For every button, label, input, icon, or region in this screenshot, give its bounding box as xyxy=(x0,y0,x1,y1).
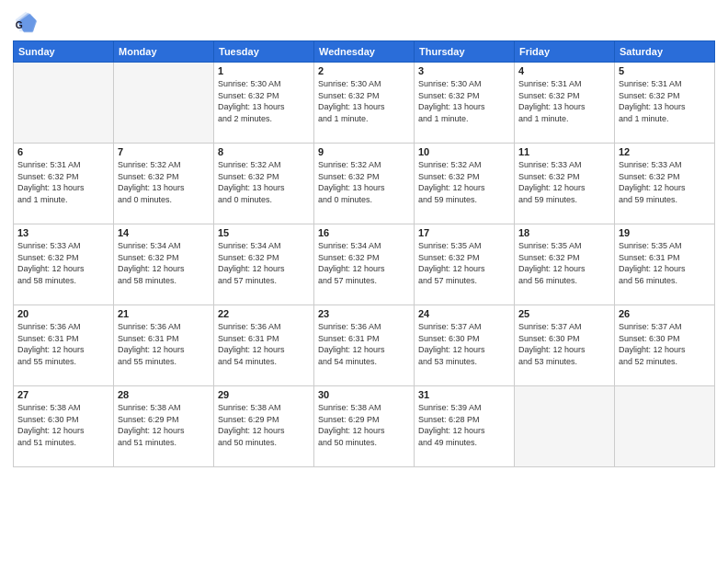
calendar-cell: 10Sunrise: 5:32 AM Sunset: 6:32 PM Dayli… xyxy=(415,144,515,224)
calendar-header: SundayMondayTuesdayWednesdayThursdayFrid… xyxy=(14,41,715,63)
logo: G xyxy=(13,9,42,35)
day-info: Sunrise: 5:36 AM Sunset: 6:31 PM Dayligh… xyxy=(118,321,210,367)
calendar-cell: 18Sunrise: 5:35 AM Sunset: 6:32 PM Dayli… xyxy=(515,224,615,305)
calendar-cell: 31Sunrise: 5:39 AM Sunset: 6:28 PM Dayli… xyxy=(415,386,515,467)
day-number: 22 xyxy=(218,308,310,319)
calendar-cell: 24Sunrise: 5:37 AM Sunset: 6:30 PM Dayli… xyxy=(415,305,515,386)
day-header-monday: Monday xyxy=(114,41,214,63)
day-number: 11 xyxy=(518,146,610,157)
day-number: 17 xyxy=(418,227,510,238)
calendar-cell: 27Sunrise: 5:38 AM Sunset: 6:30 PM Dayli… xyxy=(14,386,114,467)
calendar-cell: 29Sunrise: 5:38 AM Sunset: 6:29 PM Dayli… xyxy=(214,386,314,467)
calendar-cell: 25Sunrise: 5:37 AM Sunset: 6:30 PM Dayli… xyxy=(515,305,615,386)
day-info: Sunrise: 5:36 AM Sunset: 6:31 PM Dayligh… xyxy=(17,321,109,367)
calendar-cell: 15Sunrise: 5:34 AM Sunset: 6:32 PM Dayli… xyxy=(214,224,314,305)
svg-text:G: G xyxy=(16,20,23,30)
calendar-week-5: 27Sunrise: 5:38 AM Sunset: 6:30 PM Dayli… xyxy=(14,386,715,467)
day-number: 28 xyxy=(118,389,210,400)
day-info: Sunrise: 5:31 AM Sunset: 6:32 PM Dayligh… xyxy=(619,78,711,124)
calendar-cell: 28Sunrise: 5:38 AM Sunset: 6:29 PM Dayli… xyxy=(114,386,214,467)
day-header-tuesday: Tuesday xyxy=(214,41,314,63)
calendar-table: SundayMondayTuesdayWednesdayThursdayFrid… xyxy=(13,40,715,467)
day-number: 2 xyxy=(318,65,410,76)
logo-icon: G xyxy=(13,9,39,35)
day-number: 14 xyxy=(118,227,210,238)
day-number: 23 xyxy=(318,308,410,319)
calendar-cell: 7Sunrise: 5:32 AM Sunset: 6:32 PM Daylig… xyxy=(114,144,214,224)
day-number: 20 xyxy=(17,308,109,319)
calendar-cell xyxy=(114,63,214,144)
day-info: Sunrise: 5:30 AM Sunset: 6:32 PM Dayligh… xyxy=(318,78,410,124)
calendar-body: 1Sunrise: 5:30 AM Sunset: 6:32 PM Daylig… xyxy=(14,63,715,467)
calendar-cell: 12Sunrise: 5:33 AM Sunset: 6:32 PM Dayli… xyxy=(615,144,715,224)
calendar-cell: 11Sunrise: 5:33 AM Sunset: 6:32 PM Dayli… xyxy=(515,144,615,224)
day-info: Sunrise: 5:34 AM Sunset: 6:32 PM Dayligh… xyxy=(318,240,410,286)
header: G xyxy=(13,9,715,35)
page-container: G SundayMondayTuesdayWednesdayThursdayFr… xyxy=(0,0,728,563)
day-info: Sunrise: 5:37 AM Sunset: 6:30 PM Dayligh… xyxy=(418,321,510,367)
day-number: 15 xyxy=(218,227,310,238)
calendar-cell: 14Sunrise: 5:34 AM Sunset: 6:32 PM Dayli… xyxy=(114,224,214,305)
calendar-cell xyxy=(615,386,715,467)
day-info: Sunrise: 5:31 AM Sunset: 6:32 PM Dayligh… xyxy=(518,78,610,124)
day-info: Sunrise: 5:38 AM Sunset: 6:29 PM Dayligh… xyxy=(118,402,210,448)
calendar-cell: 4Sunrise: 5:31 AM Sunset: 6:32 PM Daylig… xyxy=(515,63,615,144)
day-number: 18 xyxy=(518,227,610,238)
day-number: 8 xyxy=(218,146,310,157)
day-number: 27 xyxy=(17,389,109,400)
day-number: 4 xyxy=(518,65,610,76)
day-info: Sunrise: 5:35 AM Sunset: 6:32 PM Dayligh… xyxy=(518,240,610,286)
day-info: Sunrise: 5:36 AM Sunset: 6:31 PM Dayligh… xyxy=(318,321,410,367)
day-info: Sunrise: 5:37 AM Sunset: 6:30 PM Dayligh… xyxy=(518,321,610,367)
day-number: 3 xyxy=(418,65,510,76)
day-number: 29 xyxy=(218,389,310,400)
calendar-cell: 3Sunrise: 5:30 AM Sunset: 6:32 PM Daylig… xyxy=(415,63,515,144)
day-number: 16 xyxy=(318,227,410,238)
day-header-saturday: Saturday xyxy=(615,41,715,63)
calendar-week-4: 20Sunrise: 5:36 AM Sunset: 6:31 PM Dayli… xyxy=(14,305,715,386)
calendar-cell: 17Sunrise: 5:35 AM Sunset: 6:32 PM Dayli… xyxy=(415,224,515,305)
day-number: 25 xyxy=(518,308,610,319)
calendar-cell: 16Sunrise: 5:34 AM Sunset: 6:32 PM Dayli… xyxy=(314,224,415,305)
calendar-cell: 26Sunrise: 5:37 AM Sunset: 6:30 PM Dayli… xyxy=(615,305,715,386)
calendar-cell: 30Sunrise: 5:38 AM Sunset: 6:29 PM Dayli… xyxy=(314,386,415,467)
day-info: Sunrise: 5:32 AM Sunset: 6:32 PM Dayligh… xyxy=(118,159,210,205)
day-number: 26 xyxy=(619,308,711,319)
calendar-cell: 6Sunrise: 5:31 AM Sunset: 6:32 PM Daylig… xyxy=(14,144,114,224)
calendar-cell xyxy=(14,63,114,144)
calendar-cell xyxy=(515,386,615,467)
calendar-cell: 1Sunrise: 5:30 AM Sunset: 6:32 PM Daylig… xyxy=(214,63,314,144)
day-number: 10 xyxy=(418,146,510,157)
day-number: 5 xyxy=(619,65,711,76)
calendar-cell: 19Sunrise: 5:35 AM Sunset: 6:31 PM Dayli… xyxy=(615,224,715,305)
calendar-cell: 22Sunrise: 5:36 AM Sunset: 6:31 PM Dayli… xyxy=(214,305,314,386)
day-header-thursday: Thursday xyxy=(415,41,515,63)
calendar-cell: 2Sunrise: 5:30 AM Sunset: 6:32 PM Daylig… xyxy=(314,63,415,144)
day-info: Sunrise: 5:30 AM Sunset: 6:32 PM Dayligh… xyxy=(218,78,310,124)
day-number: 13 xyxy=(17,227,109,238)
calendar-week-3: 13Sunrise: 5:33 AM Sunset: 6:32 PM Dayli… xyxy=(14,224,715,305)
day-header-friday: Friday xyxy=(515,41,615,63)
calendar-cell: 20Sunrise: 5:36 AM Sunset: 6:31 PM Dayli… xyxy=(14,305,114,386)
day-info: Sunrise: 5:35 AM Sunset: 6:31 PM Dayligh… xyxy=(619,240,711,286)
day-number: 24 xyxy=(418,308,510,319)
calendar-cell: 9Sunrise: 5:32 AM Sunset: 6:32 PM Daylig… xyxy=(314,144,415,224)
day-info: Sunrise: 5:37 AM Sunset: 6:30 PM Dayligh… xyxy=(619,321,711,367)
calendar-week-1: 1Sunrise: 5:30 AM Sunset: 6:32 PM Daylig… xyxy=(14,63,715,144)
day-number: 9 xyxy=(318,146,410,157)
day-info: Sunrise: 5:33 AM Sunset: 6:32 PM Dayligh… xyxy=(619,159,711,205)
day-info: Sunrise: 5:39 AM Sunset: 6:28 PM Dayligh… xyxy=(418,402,510,448)
calendar-cell: 5Sunrise: 5:31 AM Sunset: 6:32 PM Daylig… xyxy=(615,63,715,144)
day-info: Sunrise: 5:32 AM Sunset: 6:32 PM Dayligh… xyxy=(318,159,410,205)
day-info: Sunrise: 5:35 AM Sunset: 6:32 PM Dayligh… xyxy=(418,240,510,286)
day-info: Sunrise: 5:38 AM Sunset: 6:29 PM Dayligh… xyxy=(318,402,410,448)
day-number: 7 xyxy=(118,146,210,157)
calendar-week-2: 6Sunrise: 5:31 AM Sunset: 6:32 PM Daylig… xyxy=(14,144,715,224)
day-info: Sunrise: 5:34 AM Sunset: 6:32 PM Dayligh… xyxy=(118,240,210,286)
day-info: Sunrise: 5:33 AM Sunset: 6:32 PM Dayligh… xyxy=(17,240,109,286)
days-of-week-row: SundayMondayTuesdayWednesdayThursdayFrid… xyxy=(14,41,715,63)
day-number: 12 xyxy=(619,146,711,157)
day-info: Sunrise: 5:32 AM Sunset: 6:32 PM Dayligh… xyxy=(418,159,510,205)
day-info: Sunrise: 5:38 AM Sunset: 6:29 PM Dayligh… xyxy=(218,402,310,448)
day-number: 21 xyxy=(118,308,210,319)
